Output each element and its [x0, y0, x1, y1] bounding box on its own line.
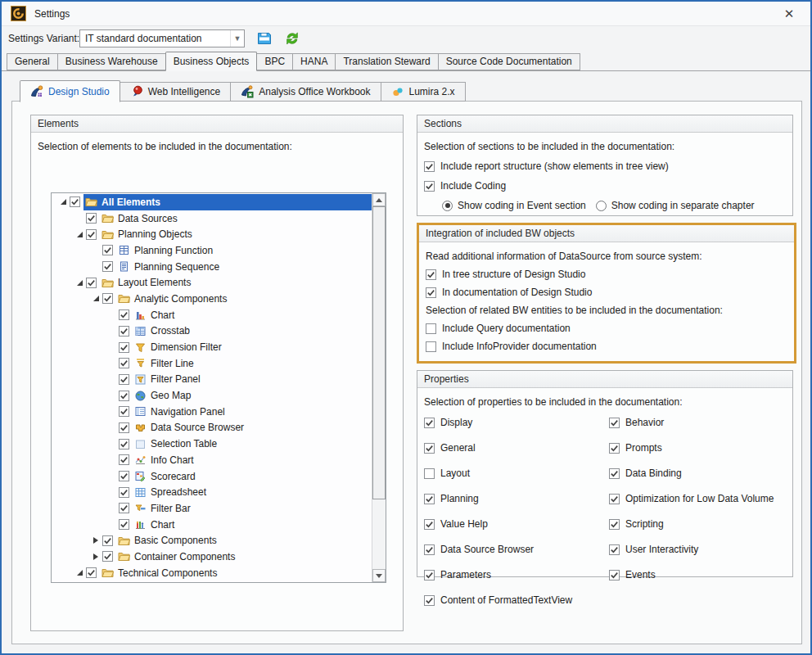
- tree-item-chart-2[interactable]: Chart: [52, 517, 372, 533]
- tree-checkbox-selection-table[interactable]: [119, 439, 129, 449]
- tree-item-filter-panel[interactable]: Filter Panel: [52, 372, 372, 388]
- checkbox-in-documentation-of-design-studio[interactable]: [426, 287, 436, 298]
- tree-checkbox-planning-function[interactable]: [102, 245, 113, 255]
- checkbox-events[interactable]: [609, 570, 620, 580]
- radio-show-coding-in-event-section[interactable]: [442, 201, 453, 211]
- tree-checkbox-chart[interactable]: [119, 309, 129, 320]
- checkbox-include-infoprovider-documentation[interactable]: [426, 341, 436, 352]
- tree-item-info-chart[interactable]: Info Chart: [52, 452, 372, 468]
- tree-checkbox-data-source-browser[interactable]: [119, 422, 129, 433]
- tree-item-data-source-browser[interactable]: Data Source Browser: [52, 420, 372, 436]
- tree-item-navigation-panel[interactable]: Navigation Panel: [52, 404, 372, 420]
- main-tab-business-objects[interactable]: Business Objects: [165, 52, 258, 71]
- tree-item-geo-map[interactable]: Geo Map: [52, 387, 372, 404]
- checkbox-value-help[interactable]: [424, 519, 435, 530]
- expander-open-icon[interactable]: [56, 199, 70, 205]
- tree-checkbox-basic-components[interactable]: [102, 535, 113, 546]
- close-icon[interactable]: ✕: [781, 6, 797, 22]
- tree-item-crosstab[interactable]: Crosstab: [52, 323, 372, 340]
- tree-item-spreadsheet[interactable]: Spreadsheet: [52, 484, 372, 500]
- checkbox-general[interactable]: [424, 443, 435, 454]
- tree-checkbox-geo-map[interactable]: [119, 391, 129, 401]
- tree-item-planning-objects[interactable]: Planning Objects: [52, 226, 372, 242]
- tree-checkbox-scorecard[interactable]: [119, 471, 129, 481]
- tree-checkbox-technical-components[interactable]: [86, 567, 97, 578]
- tree-item-layout-elements[interactable]: Layout Elements: [52, 274, 372, 291]
- main-tab-source-code-documentation[interactable]: Source Code Documentation: [438, 53, 580, 70]
- tree-item-analytic-components[interactable]: Analytic Components: [52, 291, 372, 307]
- tree-checkbox-layout-elements[interactable]: [86, 278, 97, 288]
- checkbox-include-query-documentation[interactable]: [426, 323, 436, 334]
- tree-checkbox-info-chart[interactable]: [119, 454, 129, 465]
- tree-checkbox-spreadsheet[interactable]: [119, 487, 129, 498]
- save-button[interactable]: [255, 29, 273, 47]
- tree-item-dimension-filter[interactable]: Dimension Filter: [52, 339, 372, 355]
- checkbox-data-source-browser[interactable]: [424, 544, 435, 555]
- tree-scrollbar[interactable]: [372, 193, 386, 582]
- checkbox-parameters[interactable]: [424, 570, 435, 580]
- tree-checkbox-planning-sequence[interactable]: [102, 261, 113, 272]
- sub-tab-design-studio[interactable]: Design Studio: [20, 80, 120, 102]
- tree-checkbox-filter-panel[interactable]: [119, 374, 129, 385]
- checkbox-display[interactable]: [424, 418, 435, 428]
- tree-item-filter-bar[interactable]: Filter Bar: [52, 500, 372, 517]
- main-tab-bpc[interactable]: BPC: [256, 53, 293, 70]
- chevron-down-icon[interactable]: ▼: [230, 30, 244, 47]
- expander-open-icon[interactable]: [73, 232, 86, 237]
- tree-item-all-elements[interactable]: All Elements: [52, 194, 372, 210]
- checkbox-behavior[interactable]: [609, 418, 620, 428]
- main-tab-hana[interactable]: HANA: [292, 53, 336, 70]
- tree-item-basic-components[interactable]: Basic Components: [52, 532, 372, 549]
- expander-open-icon[interactable]: [73, 280, 86, 286]
- sub-tab-lumira-2-x[interactable]: Lumira 2.x: [381, 82, 466, 102]
- checkbox-data-binding[interactable]: [609, 468, 620, 479]
- checkbox-user-interactivity[interactable]: [609, 544, 620, 555]
- tree-item-technical-components[interactable]: Technical Components: [52, 565, 372, 581]
- checkbox-scripting[interactable]: [609, 519, 620, 530]
- sub-tab-web-intelligence[interactable]: Web Intelligence: [120, 82, 232, 102]
- checkbox-optimization-for-low-data-volume[interactable]: [609, 494, 620, 504]
- tree-item-container-components[interactable]: Container Components: [52, 549, 372, 565]
- tree-item-selection-table[interactable]: Selection Table: [52, 436, 372, 452]
- refresh-button[interactable]: [283, 29, 301, 47]
- expander-closed-icon[interactable]: [89, 537, 102, 544]
- checkbox-planning[interactable]: [424, 494, 435, 504]
- crosstab-icon: [134, 326, 147, 337]
- sub-tab-analysis-office-workbook[interactable]: Analysis Office Workbook: [230, 82, 381, 102]
- tree-checkbox-chart[interactable]: [119, 519, 129, 530]
- main-tab-general[interactable]: General: [7, 53, 58, 70]
- tree-item-planning-function[interactable]: Planning Function: [52, 242, 372, 259]
- radio-show-coding-in-separate-chapter[interactable]: [596, 201, 607, 211]
- tree-checkbox-all-elements[interactable]: [70, 196, 80, 207]
- main-tab-business-warehouse[interactable]: Business Warehouse: [57, 53, 166, 70]
- tree-item-data-sources[interactable]: Data Sources: [52, 210, 372, 227]
- tree-item-scorecard[interactable]: Scorecard: [52, 468, 372, 485]
- tree-item-filter-line[interactable]: Filter Line: [52, 355, 372, 372]
- tree-checkbox-container-components[interactable]: [102, 551, 113, 562]
- checkbox-content-of-formattedtextview[interactable]: [424, 595, 435, 606]
- tree-checkbox-filter-line[interactable]: [119, 358, 129, 368]
- tree-checkbox-planning-objects[interactable]: [86, 229, 97, 240]
- checkbox-in-tree-structure-of-design-studio[interactable]: [426, 269, 436, 280]
- tree-checkbox-filter-bar[interactable]: [119, 503, 129, 513]
- checkbox-prompts[interactable]: [609, 443, 620, 454]
- tree-checkbox-crosstab[interactable]: [119, 326, 129, 337]
- checkbox-layout[interactable]: [424, 468, 435, 479]
- expander-closed-icon[interactable]: [89, 553, 102, 560]
- tree-checkbox-dimension-filter[interactable]: [119, 342, 129, 353]
- expander-open-icon[interactable]: [89, 296, 102, 301]
- scroll-down-button[interactable]: [372, 569, 386, 582]
- expander-open-icon[interactable]: [73, 570, 86, 576]
- scrollbar-thumb[interactable]: [372, 206, 386, 499]
- checkbox-include-coding[interactable]: [424, 181, 435, 192]
- settings-variant-select[interactable]: IT standard documentation ▼: [79, 29, 245, 47]
- scroll-up-button[interactable]: [372, 193, 386, 206]
- tree-checkbox-analytic-components[interactable]: [102, 293, 113, 304]
- checkbox-include-report-structure-show-elements-in-tree-view[interactable]: [424, 161, 435, 172]
- tree-checkbox-data-sources[interactable]: [86, 213, 97, 224]
- tree-item-chart[interactable]: Chart: [52, 307, 372, 323]
- main-tab-translation-steward[interactable]: Translation Steward: [335, 53, 438, 70]
- checkbox-label-display: Display: [440, 417, 472, 428]
- tree-checkbox-navigation-panel[interactable]: [119, 406, 129, 417]
- tree-item-planning-sequence[interactable]: Planning Sequence: [52, 259, 372, 275]
